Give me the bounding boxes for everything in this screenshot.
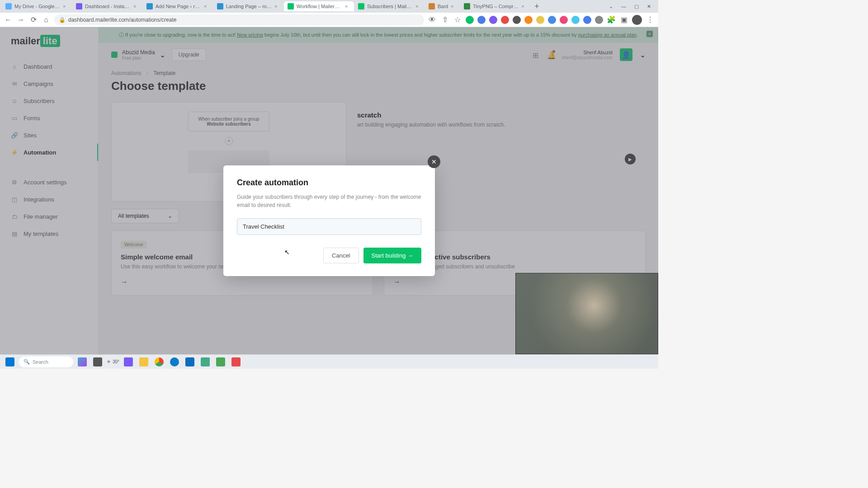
start-button[interactable] [4,356,16,368]
taskbar-app-icon[interactable] [230,356,242,368]
taskbar-app-icon[interactable] [122,356,135,368]
create-automation-modal: ✕ Create automation Guide your subscribe… [223,165,435,276]
profile-avatar[interactable] [632,15,642,25]
start-building-button[interactable]: Start building → [363,248,422,263]
file-explorer-icon[interactable] [91,356,104,368]
modal-title: Create automation [237,178,421,188]
close-icon[interactable]: × [133,4,139,9]
browser-tab[interactable]: Dashboard - InstaWP× [72,1,142,11]
edge-icon[interactable] [168,356,181,368]
search-icon: 🔍 [24,359,30,365]
taskbar-app-icon[interactable] [214,356,227,368]
extension-icon[interactable] [513,16,521,24]
browser-tab[interactable]: Bard× [425,1,460,11]
close-icon[interactable]: × [415,4,421,9]
minimize-icon[interactable]: — [621,4,626,9]
extension-icon[interactable] [583,16,591,24]
browser-tab[interactable]: Add New Page ‹ romy-po× [143,1,213,11]
webcam-overlay [515,273,658,354]
close-icon[interactable]: × [63,4,68,9]
close-icon[interactable]: × [204,4,209,9]
extension-icon[interactable] [560,16,568,24]
chrome-icon[interactable] [153,356,165,368]
lock-icon: 🔒 [59,17,66,23]
chevron-down-icon[interactable]: ⌄ [609,4,613,9]
puzzle-icon[interactable]: 🧩 [607,15,616,24]
extension-icon[interactable] [524,16,533,24]
eye-off-icon[interactable]: 👁 [428,16,437,24]
browser-tab[interactable]: Landing Page – romy-po× [213,1,283,11]
star-icon[interactable]: ☆ [453,15,462,24]
windows-taskbar: 🔍Search ☀ 30° [0,354,658,369]
weather-widget[interactable]: ☀ 30° [107,359,119,364]
taskbar-app-icon[interactable] [199,356,212,368]
share-icon[interactable]: ⇧ [440,15,449,24]
back-button[interactable]: ← [4,16,13,24]
browser-tab[interactable]: My Drive - Google Drive× [2,1,72,11]
cancel-button[interactable]: Cancel [323,248,359,263]
close-window-icon[interactable]: ✕ [647,4,651,9]
forward-button[interactable]: → [16,16,25,24]
close-icon[interactable]: × [345,4,350,9]
automation-name-input[interactable] [237,218,421,235]
close-icon[interactable]: × [451,4,456,9]
menu-icon[interactable]: ⋮ [646,15,655,24]
taskbar-app-icon[interactable] [137,356,150,368]
extension-icon[interactable] [489,16,497,24]
close-icon[interactable]: × [521,4,527,9]
extension-icon[interactable] [477,16,486,24]
extension-icon[interactable] [466,16,474,24]
extension-icon[interactable] [571,16,580,24]
home-button[interactable]: ⌂ [42,16,51,24]
reload-button[interactable]: ⟳ [29,15,38,24]
modal-close-icon[interactable]: ✕ [428,155,440,168]
browser-tab-active[interactable]: Workflow | MailerLite× [284,1,354,11]
url-bar[interactable]: 🔒 dashboard.mailerlite.com/automations/c… [54,14,424,25]
copilot-icon[interactable] [76,356,89,368]
extension-icon[interactable] [536,16,544,24]
new-tab-button[interactable]: + [531,2,543,11]
panel-icon[interactable]: ▣ [619,15,628,24]
extension-icon[interactable] [501,16,509,24]
browser-tab[interactable]: TinyPNG – Compress We× [460,1,530,11]
taskbar-search[interactable]: 🔍Search [19,357,73,367]
modal-description: Guide your subscribers through every ste… [237,193,421,209]
close-icon[interactable]: × [274,4,280,9]
extension-icon[interactable] [595,16,603,24]
maximize-icon[interactable]: ▢ [634,4,639,9]
browser-tab[interactable]: Subscribers | MailerLite× [354,1,425,11]
outlook-icon[interactable] [184,356,196,368]
extension-icon[interactable] [548,16,556,24]
